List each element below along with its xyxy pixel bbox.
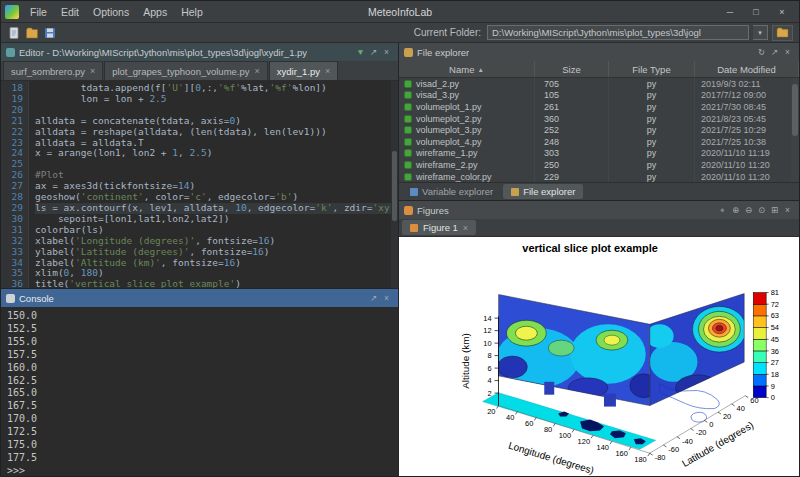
line-number: 36 xyxy=(1,279,23,288)
code-line[interactable]: title('vertical slice plot example') xyxy=(35,279,398,288)
tab-file-explorer[interactable]: File explorer xyxy=(503,184,583,199)
editor-code[interactable]: tdata.append(f['U'][0,:,'%f'%lat,'%f'%lo… xyxy=(29,81,398,288)
file-name: volumeplot_3.py xyxy=(416,125,482,135)
editor-title: Editor - D:\Working\MIScript\Jython\mis\… xyxy=(19,47,307,58)
file-row[interactable]: volumeplot_3.py252py2021/7/25 10:29 xyxy=(399,124,799,136)
float-icon[interactable]: ↗ xyxy=(367,43,380,61)
save-icon[interactable] xyxy=(43,26,57,40)
console-header: Console ↗× xyxy=(1,289,398,307)
current-folder-label: Current Folder: xyxy=(414,27,483,38)
pan-icon[interactable]: ⊞ xyxy=(768,201,781,219)
zoom-out-icon[interactable]: ⊖ xyxy=(742,201,755,219)
open-folder-icon[interactable] xyxy=(25,26,39,40)
folder-icon xyxy=(776,27,789,38)
column-header-name[interactable]: Name▲ xyxy=(399,61,535,77)
float-icon[interactable]: ↗ xyxy=(768,43,781,61)
tab-variable-explorer[interactable]: Variable explorer xyxy=(402,184,501,199)
py-file-icon xyxy=(404,103,412,111)
code-line[interactable]: alldata = reshape(alldata, (len(tdata), … xyxy=(35,127,398,138)
refresh-icon[interactable]: ↻ xyxy=(755,43,768,61)
app-icon xyxy=(5,5,19,19)
console-icon xyxy=(6,294,15,303)
console-line: 172.5 xyxy=(7,426,398,439)
editor-code-area[interactable]: 18192021222324252627282930313233343536 t… xyxy=(1,81,398,288)
code-line[interactable] xyxy=(35,159,398,170)
menu-file[interactable]: File xyxy=(23,1,54,23)
file-type: py xyxy=(609,159,695,171)
file-row[interactable]: volumeplot_4.py248py2021/7/25 10:38 xyxy=(399,136,799,148)
svg-text:36: 36 xyxy=(771,347,779,356)
file-table-body[interactable]: visad_2.py705py2019/9/3 02:11visad_3.py1… xyxy=(399,78,799,182)
menu-edit[interactable]: Edit xyxy=(54,1,86,23)
svg-text:-40: -40 xyxy=(682,437,693,446)
tab-close-icon[interactable]: × xyxy=(90,66,95,76)
tab-label: Variable explorer xyxy=(422,186,493,197)
close-icon[interactable]: × xyxy=(781,201,794,219)
svg-text:63: 63 xyxy=(771,311,779,320)
console-prompt[interactable]: >>> xyxy=(7,465,398,476)
svg-text:0: 0 xyxy=(709,420,713,429)
close-icon[interactable]: × xyxy=(380,43,393,61)
svg-text:140: 140 xyxy=(597,443,609,452)
scrollbar-thumb[interactable] xyxy=(792,84,798,136)
editor-tab[interactable]: surf_sombrero.py× xyxy=(3,61,103,80)
figures-header: Figures ⌖⊕⊖⊙⊞× xyxy=(399,201,799,219)
close-button[interactable]: × xyxy=(769,1,795,23)
minimize-button[interactable]: ─ xyxy=(717,1,743,23)
globe-icon[interactable]: ⊙ xyxy=(755,201,768,219)
pointer-icon[interactable]: ⌖ xyxy=(716,201,729,219)
file-type: py xyxy=(609,171,695,182)
console-line: 155.0 xyxy=(7,336,398,349)
file-row[interactable]: wireframe_color.py229py2020/11/10 11:20 xyxy=(399,171,799,182)
svg-text:6: 6 xyxy=(487,364,491,373)
tab-label: xydir_1.py xyxy=(277,66,320,77)
maximize-button[interactable]: □ xyxy=(743,1,769,23)
scrollbar-thumb[interactable] xyxy=(392,151,397,221)
column-header-file-type[interactable]: File Type xyxy=(609,61,695,77)
close-icon[interactable]: × xyxy=(380,289,393,307)
code-line[interactable]: alldata = concatenate(tdata, axis=0) xyxy=(35,116,398,127)
file-size: 252 xyxy=(535,124,609,136)
console-output[interactable]: 150.0152.5155.0157.5160.0162.5165.0167.5… xyxy=(1,307,398,476)
py-file-icon xyxy=(404,138,412,146)
column-header-date-modified[interactable]: Date Modified xyxy=(695,61,799,77)
tab-close-icon[interactable]: × xyxy=(325,66,330,76)
svg-text:40: 40 xyxy=(506,413,514,422)
file-row[interactable]: visad_2.py705py2019/9/3 02:11 xyxy=(399,78,799,90)
file-row[interactable]: wireframe_1.py303py2020/11/10 11:19 xyxy=(399,148,799,160)
editor-tab[interactable]: plot_grapes_typhoon_volume.py× xyxy=(104,61,268,80)
file-type: py xyxy=(609,78,695,90)
collapse-icon[interactable]: ▼ xyxy=(354,43,367,61)
file-type: py xyxy=(609,90,695,102)
browse-folder-button[interactable] xyxy=(772,25,793,41)
file-name-cell: volumeplot_4.py xyxy=(399,136,535,148)
file-table-scrollbar[interactable] xyxy=(791,78,799,182)
editor-scrollbar[interactable] xyxy=(391,81,398,288)
menu-options[interactable]: Options xyxy=(86,1,136,23)
figure-tab[interactable]: Figure 1 × xyxy=(402,220,476,235)
code-line[interactable]: x = arange(lon1, lon2 + 1, 2.5) xyxy=(35,148,398,159)
menu-apps[interactable]: Apps xyxy=(136,1,174,23)
zoom-in-icon[interactable]: ⊕ xyxy=(729,201,742,219)
tab-close-icon[interactable]: × xyxy=(463,223,468,233)
folder-icon xyxy=(511,188,519,196)
file-name: volumeplot_4.py xyxy=(416,137,482,147)
new-script-icon[interactable] xyxy=(7,26,21,40)
file-row[interactable]: volumeplot_1.py261py2021/7/30 08:45 xyxy=(399,101,799,113)
folder-dropdown-icon[interactable]: ▾ xyxy=(753,25,768,40)
file-row[interactable]: volumeplot_2.py360py2021/8/23 05:45 xyxy=(399,113,799,125)
figure-canvas[interactable]: vertical slice plot example xyxy=(399,237,799,476)
menu-help[interactable]: Help xyxy=(174,1,210,23)
column-header-size[interactable]: Size xyxy=(535,61,609,77)
current-folder-input[interactable] xyxy=(487,25,749,40)
code-line[interactable]: lon = lon + 2.5 xyxy=(35,94,398,105)
close-icon[interactable]: × xyxy=(781,43,794,61)
float-icon[interactable]: ↗ xyxy=(367,289,380,307)
svg-text:12: 12 xyxy=(483,326,491,335)
tab-close-icon[interactable]: × xyxy=(255,66,260,76)
file-row[interactable]: wireframe_2.py250py2020/11/10 11:20 xyxy=(399,159,799,171)
file-type: py xyxy=(609,136,695,148)
editor-tab[interactable]: xydir_1.py× xyxy=(269,61,339,80)
file-row[interactable]: visad_3.py105py2017/7/12 09:00 xyxy=(399,90,799,102)
file-size: 229 xyxy=(535,171,609,182)
